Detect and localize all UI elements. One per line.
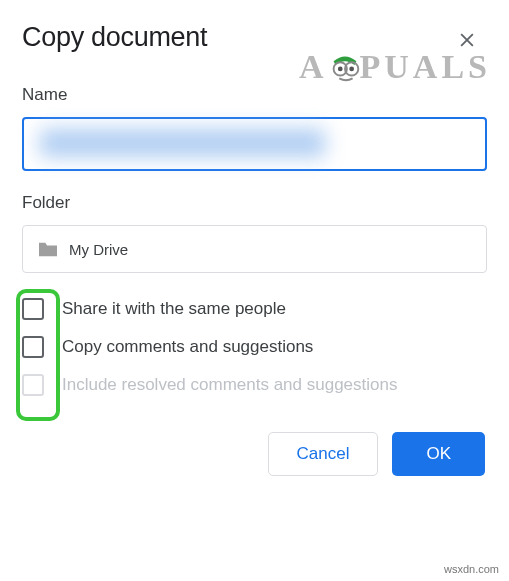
svg-point-5 bbox=[349, 67, 354, 72]
checkbox-label: Share it with the same people bbox=[62, 297, 286, 321]
name-input-redacted bbox=[40, 129, 325, 157]
checkbox-copy-comments[interactable] bbox=[22, 336, 44, 358]
checkbox-area: Share it with the same people Copy comme… bbox=[22, 297, 487, 396]
attribution-text: wsxdn.com bbox=[444, 563, 499, 575]
folder-label: Folder bbox=[22, 193, 487, 213]
folder-name: My Drive bbox=[69, 241, 128, 258]
folder-selector[interactable]: My Drive bbox=[22, 225, 487, 273]
watermark-suffix: PUALS bbox=[360, 48, 491, 86]
folder-icon bbox=[37, 240, 59, 258]
checkbox-label: Copy comments and suggestions bbox=[62, 335, 313, 359]
checkbox-row-copy-comments: Copy comments and suggestions bbox=[22, 335, 487, 359]
name-label: Name bbox=[22, 85, 487, 105]
checkbox-label: Include resolved comments and suggestion… bbox=[62, 373, 397, 397]
svg-point-4 bbox=[337, 67, 342, 72]
folder-field-group: Folder My Drive bbox=[22, 193, 487, 273]
name-field-group: Name bbox=[22, 85, 487, 171]
dialog-title: Copy document bbox=[22, 22, 207, 53]
cancel-button[interactable]: Cancel bbox=[268, 432, 379, 476]
name-input[interactable] bbox=[22, 117, 487, 171]
copy-document-dialog: Copy document A PUALS Name Folder bbox=[0, 0, 509, 496]
watermark-logo: A PUALS bbox=[299, 48, 491, 86]
dialog-buttons: Cancel OK bbox=[22, 432, 487, 476]
ok-button[interactable]: OK bbox=[392, 432, 485, 476]
checkbox-include-resolved bbox=[22, 374, 44, 396]
checkbox-row-share: Share it with the same people bbox=[22, 297, 487, 321]
checkbox-share-same-people[interactable] bbox=[22, 298, 44, 320]
mascot-icon bbox=[326, 48, 364, 86]
checkbox-row-resolved: Include resolved comments and suggestion… bbox=[22, 373, 487, 397]
watermark-prefix: A bbox=[299, 48, 328, 86]
close-icon bbox=[457, 30, 477, 50]
